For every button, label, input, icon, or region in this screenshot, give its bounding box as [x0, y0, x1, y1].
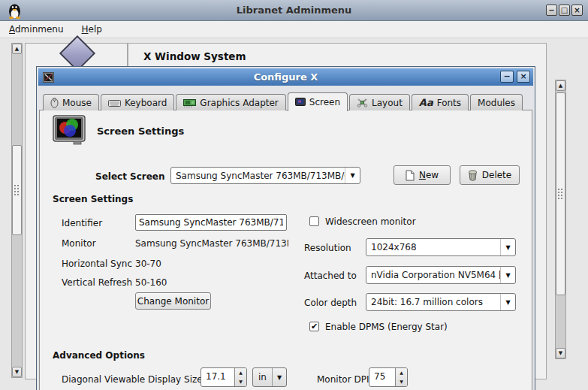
dialog-title: Configure X [38, 68, 533, 86]
tab-fonts[interactable]: Aa Fonts [412, 94, 469, 110]
dpms-checkbox[interactable]: ✔ [309, 322, 319, 331]
screen-settings-icon [53, 115, 86, 149]
desktop-screen: Libranet Adminmenu − □ × Adminmenu Help … [0, 0, 588, 390]
section-screen-settings: Screen Settings [53, 194, 133, 204]
monitor-value: Samsung SyncMaster 763MB/713MB [135, 238, 288, 249]
new-document-icon [406, 170, 415, 181]
hsync-value: 30-70 [135, 258, 161, 269]
spin-down-icon[interactable]: ▼ [235, 377, 246, 386]
menu-bar: Adminmenu Help [0, 21, 588, 38]
thumb-grip [557, 188, 564, 200]
diagonal-unit-dropdown[interactable]: in ▼ [252, 367, 287, 387]
thumb-grip [14, 184, 20, 196]
dialog-tabs: Mouse Keyboard [43, 92, 524, 110]
fonts-icon: Aa [419, 97, 433, 108]
vrefresh-value: 50-160 [135, 277, 167, 288]
resolution-label: Resolution [304, 243, 351, 253]
widescreen-checkbox[interactable] [309, 216, 319, 226]
tab-graphics-adapter[interactable]: Graphics Adapter [176, 94, 285, 110]
select-screen-dropdown[interactable]: Samsung SyncMaster 763MB/713MB/CD ▼ [170, 167, 360, 184]
stepper-arrows[interactable]: ▲ ▼ [234, 368, 246, 386]
mouse-icon [50, 97, 59, 108]
spin-up-icon[interactable]: ▲ [235, 368, 246, 377]
stepper-arrows[interactable]: ▲ ▼ [395, 368, 407, 386]
page-title: Screen Settings [97, 125, 184, 137]
trash-icon [468, 170, 478, 181]
chevron-down-icon: ▼ [500, 294, 515, 310]
maximize-button[interactable]: □ [559, 5, 570, 16]
tab-screen[interactable]: Screen [288, 92, 348, 111]
select-screen-label: Select Screen [95, 171, 165, 182]
resolution-dropdown[interactable]: 1024x768 ▼ [366, 238, 516, 256]
scroll-down-button[interactable]: ▼ [556, 348, 565, 358]
main-window-title: Libranet Adminmenu [0, 0, 588, 20]
delete-button[interactable]: Delete [460, 165, 520, 185]
configure-x-dialog: Configure X − × Mouse [36, 66, 535, 390]
background-heading: X Window System [143, 50, 246, 62]
vrefresh-label: Vertical Refresh [62, 277, 132, 288]
spin-down-icon[interactable]: ▼ [396, 377, 407, 386]
menu-adminmenu[interactable]: Adminmenu [0, 21, 73, 38]
tab-mouse[interactable]: Mouse [43, 94, 99, 110]
monitor-label: Monitor [62, 238, 96, 249]
identifier-input[interactable] [135, 214, 287, 231]
attached-to-dropdown[interactable]: nVidia Corporation NV5M64 [RIV ▼ [366, 266, 516, 284]
chevron-down-icon: ▼ [272, 368, 286, 386]
minimize-button[interactable]: − [546, 5, 557, 16]
close-button[interactable]: × [571, 5, 583, 16]
diagonal-size-label: Diagonal Viewable Display Size [62, 374, 203, 385]
scrollbar-thumb[interactable] [556, 92, 565, 295]
tab-keyboard[interactable]: Keyboard [101, 94, 174, 110]
change-monitor-button[interactable]: Change Monitor [135, 292, 211, 310]
monitor-dpi-label: Monitor DPI [317, 374, 369, 385]
chevron-down-icon: ▼ [500, 267, 515, 283]
color-depth-label: Color depth [304, 298, 357, 308]
right-scrollbar[interactable]: ▲ ▼ [555, 80, 566, 359]
window-controls: − □ × [546, 5, 583, 16]
dialog-controls: − × [500, 71, 530, 83]
spin-up-icon[interactable]: ▲ [396, 368, 407, 377]
dialog-titlebar[interactable]: Configure X − × [38, 68, 533, 86]
dialog-minimize-button[interactable]: − [500, 71, 514, 83]
color-depth-dropdown[interactable]: 24bit: 16.7 million colors ▼ [366, 293, 516, 311]
monitor-dpi-stepper[interactable]: 75 ▲ ▼ [369, 367, 408, 387]
scroll-up-button[interactable]: ▲ [12, 44, 22, 54]
dialog-close-button[interactable]: × [517, 71, 530, 83]
graphics-adapter-icon [183, 98, 196, 107]
keyboard-icon [108, 98, 121, 107]
screen-tab-panel: Screen Settings Select Screen Samsung Sy… [39, 110, 532, 390]
scrollbar-thumb[interactable] [12, 145, 22, 235]
widescreen-label: Widescreen monitor [325, 216, 416, 227]
section-advanced-options: Advanced Options [53, 350, 145, 361]
tab-layout[interactable]: Layout [349, 94, 410, 110]
tab-modules[interactable]: Modules [470, 94, 523, 110]
layout-icon [357, 98, 368, 107]
dpms-label: Enable DPMS (Energy Star) [325, 322, 448, 332]
attached-to-label: Attached to [304, 271, 357, 281]
scroll-up-button[interactable]: ▲ [556, 80, 565, 91]
main-window-titlebar[interactable]: Libranet Adminmenu − □ × [0, 0, 588, 21]
hsync-label: Horizontal Sync [62, 258, 132, 269]
chevron-down-icon: ▼ [345, 168, 360, 183]
scroll-down-button[interactable]: ▼ [12, 367, 22, 377]
menu-help[interactable]: Help [73, 21, 111, 38]
screen-icon [295, 98, 306, 107]
chevron-down-icon: ▼ [500, 239, 515, 255]
new-button[interactable]: New [394, 165, 451, 185]
diagonal-size-stepper[interactable]: 17.1 ▲ ▼ [201, 367, 247, 387]
left-scrollbar[interactable]: ▲ ▼ [11, 43, 23, 378]
identifier-label: Identifier [62, 218, 102, 228]
